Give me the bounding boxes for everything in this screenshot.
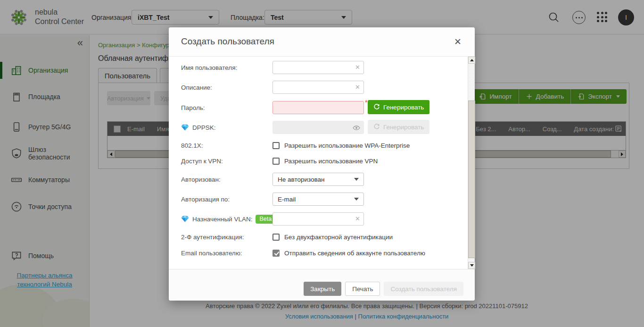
chevron-down-icon — [354, 198, 359, 201]
refresh-icon — [373, 124, 380, 130]
auth-by-label: Авторизация по: — [181, 196, 230, 203]
gem-pro-feature-icon — [181, 216, 189, 222]
refresh-icon — [373, 104, 380, 110]
create-user-button-disabled: Создать пользователя — [384, 282, 463, 296]
create-user-modal: Создать пользователя ✕ Имя пользователя:… — [169, 27, 475, 301]
auth-by-row: Авторизация по: E-mail — [169, 192, 456, 206]
send-account-info-option-label: Отправить сведения об аккаунте пользоват… — [284, 250, 425, 257]
modal-footer: Закрыть Печать Создать пользователя — [169, 269, 475, 301]
modal-body: Имя пользователя: ✕ Описание: ✕ Пароль: … — [169, 57, 475, 269]
vlan-input[interactable]: ✕ — [272, 212, 364, 226]
vpn-row: Доступ к VPN: Разрешить использование VP… — [169, 154, 456, 168]
no-2fa-option-label: Без двухфакторной аутентификации — [284, 234, 393, 241]
clear-icon[interactable]: ✕ — [355, 64, 360, 71]
dppsk-row: DPPSK: Генерировать — [169, 120, 456, 134]
vlan-row: Назначенный VLAN: Beta ✕ — [169, 212, 456, 226]
password-row: Пароль: * Генерировать — [169, 101, 456, 115]
modal-header: Создать пользователя ✕ — [169, 27, 475, 57]
nebula-control-center-page: nebula Control Center Организация: iXBT_… — [0, 0, 644, 327]
generate-button-label: Генерировать — [383, 124, 424, 131]
modal-title: Создать пользователя — [181, 36, 274, 47]
close-icon[interactable]: ✕ — [454, 36, 462, 47]
close-button[interactable]: Закрыть — [304, 282, 341, 296]
vpn-checkbox[interactable] — [272, 158, 280, 165]
twofa-row: 2-Ф аутентификация: Без двухфакторной ау… — [169, 230, 456, 244]
authorized-label: Авторизован: — [181, 176, 221, 183]
clear-icon[interactable]: ✕ — [355, 84, 360, 91]
password-label: Пароль: — [181, 104, 205, 111]
description-input[interactable]: ✕ — [272, 81, 364, 94]
description-row: Описание: ✕ — [169, 80, 456, 94]
no-2fa-checkbox[interactable] — [272, 234, 280, 241]
authorized-select[interactable]: Не авторизован — [272, 173, 364, 186]
auth-by-select[interactable]: E-mail — [272, 193, 364, 206]
username-label: Имя пользователя: — [181, 64, 237, 71]
vlan-label: Назначенный VLAN: Beta — [181, 215, 275, 224]
modal-vertical-scrollbar[interactable] — [468, 57, 475, 269]
dot1x-row: 802.1X: Разрешить использование WPA-Ente… — [169, 138, 456, 152]
auth-by-select-value: E-mail — [278, 196, 296, 203]
generate-dppsk-button-disabled: Генерировать — [368, 120, 429, 134]
scroll-up-arrow[interactable] — [468, 57, 475, 64]
gem-pro-feature-icon — [181, 124, 189, 131]
generate-password-button[interactable]: Генерировать — [368, 100, 429, 114]
dppsk-label-text: DPPSK: — [192, 124, 216, 131]
wpa-enterprise-option-label: Разрешить использование WPA-Enterprise — [284, 142, 410, 149]
send-account-info-checkbox[interactable] — [272, 250, 280, 257]
description-label: Описание: — [181, 84, 212, 91]
password-input[interactable] — [272, 101, 364, 114]
authorized-select-value: Не авторизован — [278, 176, 325, 183]
twofa-label: 2-Ф аутентификация: — [181, 234, 244, 241]
username-input[interactable]: ✕ — [272, 61, 364, 74]
vpn-label: Доступ к VPN: — [181, 158, 223, 165]
required-asterisk: * — [365, 99, 367, 106]
scrollbar-thumb[interactable] — [468, 101, 475, 258]
authorized-row: Авторизован: Не авторизован — [169, 172, 456, 186]
email-user-row: Email пользователю: Отправить сведения о… — [169, 246, 456, 260]
clear-icon[interactable]: ✕ — [355, 215, 360, 222]
username-row: Имя пользователя: ✕ — [169, 60, 456, 75]
generate-button-label: Генерировать — [383, 104, 424, 111]
scroll-down-arrow[interactable] — [468, 262, 475, 269]
print-button[interactable]: Печать — [345, 282, 380, 296]
eye-icon[interactable] — [353, 124, 360, 132]
dppsk-label: DPPSK: — [181, 124, 216, 131]
dppsk-input-disabled — [272, 121, 364, 134]
wpa-enterprise-checkbox[interactable] — [272, 142, 280, 149]
dot1x-label: 802.1X: — [181, 142, 203, 149]
vpn-option-label: Разрешить использование VPN — [284, 158, 378, 165]
chevron-down-icon — [354, 178, 359, 181]
vlan-label-text: Назначенный VLAN: — [192, 216, 252, 223]
email-user-label: Email пользователю: — [181, 250, 242, 257]
